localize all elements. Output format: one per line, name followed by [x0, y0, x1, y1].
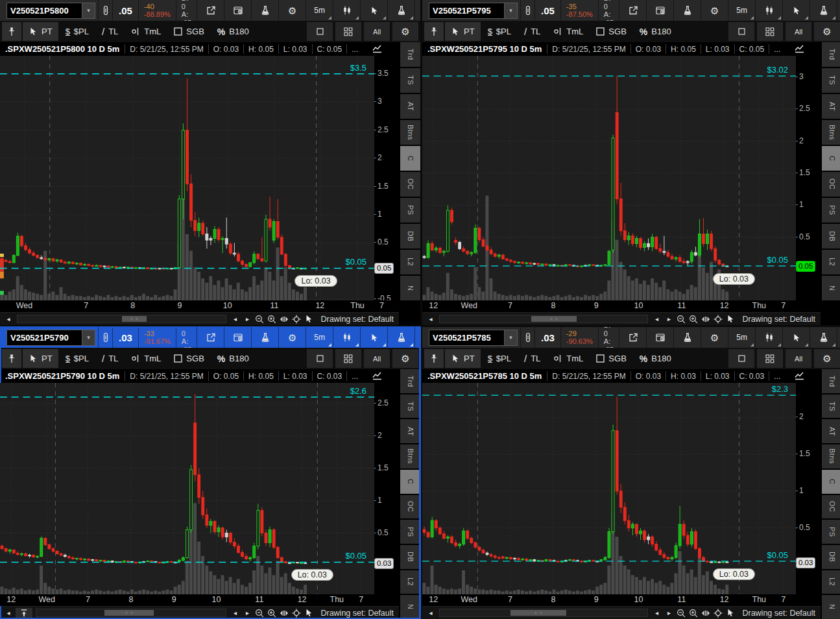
side-tab-at[interactable]: AT [400, 94, 420, 119]
symbol-dropdown-button[interactable]: ▾ [504, 330, 518, 346]
side-tab-c[interactable]: C [400, 470, 420, 494]
side-tab-n[interactable]: N [400, 276, 420, 300]
expand-horizontal-button[interactable] [279, 608, 289, 618]
zoom-in-button[interactable] [267, 608, 277, 618]
side-tab-btns[interactable]: Btns [400, 444, 420, 468]
jump-to-start-button[interactable] [16, 608, 32, 618]
studies-flask-icon[interactable] [673, 0, 701, 21]
symbol-link-icon[interactable] [520, 327, 534, 348]
side-tab-btns[interactable]: Btns [400, 120, 420, 145]
step-left-button[interactable]: ◂ [651, 608, 662, 618]
b180-button[interactable]: %B180 [634, 22, 677, 41]
side-tab-oc[interactable]: OC [400, 495, 420, 519]
step-left-button[interactable]: ◂ [230, 314, 240, 324]
drawing-set-label[interactable]: Drawing set: Default [316, 315, 396, 324]
candlestick-plot[interactable]: $2.6$0.05Lo: 0.03 [0, 383, 374, 594]
side-tab-ps[interactable]: PS [822, 520, 840, 544]
side-tab-at[interactable]: AT [400, 419, 420, 443]
side-tab-n[interactable]: N [400, 595, 420, 619]
chart-style-icon[interactable] [794, 371, 805, 381]
tml-button[interactable]: TmL [125, 22, 167, 41]
gear-button[interactable]: ⚙ [392, 22, 418, 41]
chart-style-icon[interactable] [794, 44, 805, 54]
symbol-link-icon[interactable] [520, 0, 534, 21]
side-tab-trd[interactable]: Trd [822, 369, 840, 393]
share-icon[interactable] [619, 0, 646, 21]
expand-horizontal-button[interactable] [701, 314, 711, 324]
side-tab-l2[interactable]: L2 [822, 570, 840, 594]
drawing-set-label[interactable]: Drawing set: Default [738, 315, 817, 324]
side-tab-ts[interactable]: TS [400, 394, 420, 419]
candlestick-plot[interactable]: $2.3$0.05Lo: 0.03 [422, 383, 796, 594]
symbol-input[interactable] [6, 330, 82, 346]
maximize-button[interactable] [728, 22, 754, 41]
pl-button[interactable]: $$PL [60, 349, 95, 368]
settings-gear-icon[interactable]: ⚙ [701, 0, 728, 21]
tl-button[interactable]: /TL [96, 22, 124, 41]
side-tab-ps[interactable]: PS [400, 198, 420, 223]
pt-button[interactable]: PT [445, 349, 481, 368]
crosshair-button[interactable] [291, 314, 302, 324]
all-button[interactable]: All [786, 349, 811, 368]
chart-canvas[interactable] [422, 383, 796, 594]
symbol-input[interactable] [429, 330, 504, 346]
crosshair-button[interactable] [713, 608, 723, 618]
side-tab-trd[interactable]: Trd [822, 42, 840, 67]
chart-canvas[interactable] [422, 56, 796, 300]
symbol-dropdown-button[interactable]: ▾ [82, 3, 95, 19]
scrollbar-handle[interactable] [510, 610, 567, 616]
crosshair-button[interactable] [713, 314, 723, 324]
side-tab-ts[interactable]: TS [400, 68, 420, 93]
chart-style-icon[interactable] [372, 371, 383, 381]
zoom-in-button[interactable] [688, 314, 699, 324]
chart-canvas[interactable] [0, 383, 374, 594]
step-right-button[interactable]: ▸ [664, 608, 674, 618]
tl-button[interactable]: /TL [518, 349, 546, 368]
crosshair-button[interactable] [291, 608, 302, 618]
maximize-button[interactable] [728, 349, 754, 368]
side-tab-c[interactable]: C [400, 146, 420, 171]
drawing-set-label[interactable]: Drawing set: Default [738, 609, 817, 618]
scroll-left-button[interactable]: ◂ [3, 608, 14, 618]
pin-button[interactable] [424, 22, 444, 41]
settings-gear-icon[interactable]: ⚙ [701, 327, 728, 348]
timeframe-button[interactable]: 5m [728, 0, 755, 21]
side-tab-l2[interactable]: L2 [400, 570, 420, 594]
side-tab-oc[interactable]: OC [822, 495, 840, 519]
expand-horizontal-button[interactable] [701, 608, 711, 618]
zoom-out-button[interactable] [254, 314, 265, 324]
patterns-icon[interactable] [414, 0, 420, 21]
side-tab-at[interactable]: AT [822, 94, 840, 119]
cursor-tool-button[interactable] [725, 314, 736, 324]
step-left-button[interactable]: ◂ [230, 608, 240, 618]
gear-button[interactable]: ⚙ [392, 349, 418, 368]
tml-button[interactable]: TmL [547, 349, 589, 368]
share-icon[interactable] [619, 327, 646, 348]
price-axis[interactable]: 2.521.510.50.03 [374, 383, 399, 594]
cursor-tool-button[interactable] [304, 314, 314, 324]
scrollbar-handle[interactable] [104, 610, 154, 616]
step-right-button[interactable]: ▸ [664, 314, 674, 324]
price-axis[interactable]: 3.532.521.510.5-0.50.05 [374, 56, 399, 300]
step-right-button[interactable]: ▸ [242, 608, 252, 618]
zoom-out-button[interactable] [254, 608, 265, 618]
events-icon[interactable] [224, 327, 251, 348]
side-tab-db[interactable]: DB [400, 224, 420, 249]
pt-button[interactable]: PT [23, 349, 58, 368]
events-icon[interactable] [646, 0, 673, 21]
scroll-left-button[interactable]: ◂ [426, 608, 436, 618]
price-axis[interactable]: 21.510.50.03 [796, 383, 821, 594]
expand-horizontal-button[interactable] [279, 314, 289, 324]
timeframe-button[interactable]: 5m [728, 327, 755, 348]
timeframe-button[interactable]: 5m [306, 327, 333, 348]
zoom-out-button[interactable] [676, 608, 686, 618]
cursor-arrow-icon[interactable] [360, 0, 387, 21]
pl-button[interactable]: $$PL [482, 22, 517, 41]
timeframe-button[interactable]: 5m [306, 0, 333, 21]
time-axis[interactable]: 12Wed789101112Thu7 [422, 300, 821, 312]
grid-layout-button[interactable] [757, 349, 783, 368]
side-tab-ts[interactable]: TS [822, 68, 840, 93]
cursor-tool-button[interactable] [725, 608, 736, 618]
zoom-in-button[interactable] [688, 608, 699, 618]
b180-button[interactable]: %B180 [634, 349, 677, 368]
